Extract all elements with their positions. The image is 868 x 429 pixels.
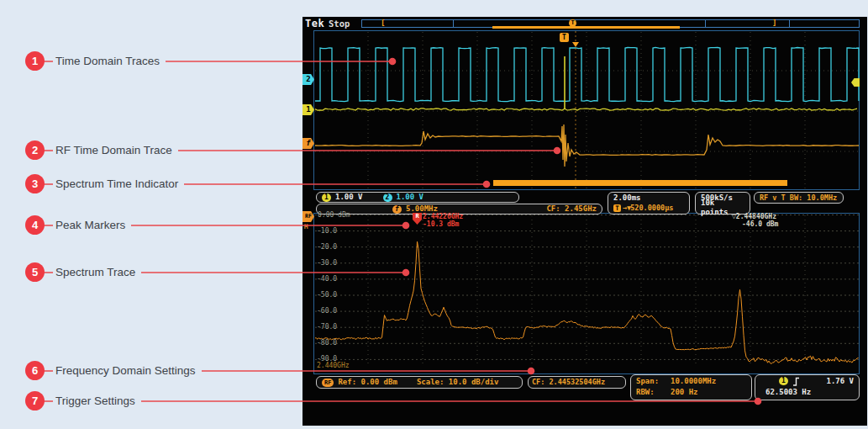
center-frequency-short: CF: 2.45GHz xyxy=(546,204,597,214)
callout-item: 2RF Time Domain Trace xyxy=(25,140,178,160)
spectrum-y-tick-label: -10.0 xyxy=(317,227,337,235)
waveform-canvas xyxy=(302,17,867,426)
trigger-position-icon: T xyxy=(569,19,576,27)
ref-level-label: 0.00 dBm xyxy=(318,211,350,219)
callout-item: 6Frequency Domain Settings xyxy=(25,361,202,380)
ref-level-readout: Ref: 0.00 dBm xyxy=(338,378,397,387)
callout-label: Spectrum Time Indicator xyxy=(53,177,184,191)
span-value: 10.0000MHz xyxy=(671,377,716,386)
callout-item: 7Trigger Settings xyxy=(25,391,141,410)
rf-channel-icon: f xyxy=(392,205,402,214)
overview-divider xyxy=(453,20,454,27)
channel2-icon: 2 xyxy=(383,193,392,202)
peak-marker-frequency: 2.44226GHz xyxy=(423,213,463,220)
peak-marker-amplitude: -10.3 dBm xyxy=(423,220,459,228)
rf-icon: RF xyxy=(322,379,334,387)
timebase: 2.00ms xyxy=(613,193,641,203)
callout-label: RF Time Domain Trace xyxy=(53,143,178,157)
acquisition-status: Stop xyxy=(329,19,350,29)
spectrum-y-tick-label: -70.0 xyxy=(317,323,337,331)
callout-item: 4Peak Markers xyxy=(25,215,131,235)
overview-divider xyxy=(705,20,706,27)
spectrum-y-tick-label: -60.0 xyxy=(317,307,337,315)
callout-number-badge: 6 xyxy=(25,361,45,380)
trigger-frequency: 62.5003 Hz xyxy=(765,388,811,397)
tek-logo: Tek xyxy=(305,18,324,29)
oscilloscope-screen: Tek Stop [ ] T 2 1 f RF M T 1 1.00 V xyxy=(302,17,867,426)
zoom-bracket-right-icon: ] xyxy=(772,19,776,27)
spectrum-y-tick-label: -80.0 xyxy=(317,339,337,347)
rbw-label: RBW: xyxy=(636,388,666,397)
callout-label: Frequency Domain Settings xyxy=(53,363,202,378)
frequency-domain-vertical-readout: RF Ref: 0.00 dBm Scale: 10.0 dB/div xyxy=(316,376,523,389)
trigger-chip-icon: T xyxy=(613,204,621,212)
callout-label: Time Domain Traces xyxy=(53,54,166,68)
reference-marker-frequency: 2.44840GHz xyxy=(736,213,776,220)
channel1-icon: 1 xyxy=(322,193,331,202)
spectrum-y-tick-label: -50.0 xyxy=(317,291,337,299)
trigger-point-icon: T xyxy=(560,33,569,42)
spectrum-time-indicator xyxy=(493,180,787,186)
trigger-source-icon: 1 xyxy=(779,377,788,385)
math-badge: M xyxy=(304,223,308,230)
spectrum-time-overview-bar xyxy=(492,26,680,29)
reference-marker: ▽2.44840GHz xyxy=(732,213,776,220)
annotated-oscilloscope-figure: 1Time Domain Traces2RF Time Domain Trace… xyxy=(0,0,868,429)
start-frequency-label: 2.440GHz xyxy=(317,362,350,369)
callout-number-badge: 2 xyxy=(25,140,45,160)
horizontal-readout: 2.00ms T →▼ 520.0000µs xyxy=(608,192,690,214)
callout-item: 1Time Domain Traces xyxy=(25,51,166,71)
callout-number-badge: 3 xyxy=(25,174,45,193)
span-label: Span: xyxy=(636,377,666,386)
scale-readout: Scale: 10.0 dB/div xyxy=(417,378,499,387)
trigger-position: 520.0000µs xyxy=(630,204,673,213)
ch2-scale: 1.00 V xyxy=(397,193,424,202)
callout-label: Trigger Settings xyxy=(53,394,141,408)
callout-number-badge: 7 xyxy=(25,391,45,410)
trigger-level: 1.76 V xyxy=(826,377,854,386)
callout-number-badge: 5 xyxy=(25,262,45,282)
spectrum-y-tick-label: -30.0 xyxy=(317,259,337,267)
rf-bandwidth-readout: RF v T BW: 10.0MHz xyxy=(754,192,844,204)
spectrum-y-tick-label: -40.0 xyxy=(317,275,337,283)
callout-item: 5Spectrum Trace xyxy=(25,262,141,282)
callout-number-badge: 4 xyxy=(25,215,45,235)
center-frequency-readout: CF: 2.44532504GHz xyxy=(528,376,626,389)
acquisition-readout: 500kS/s 10k points xyxy=(695,192,750,214)
callout-number-badge: 1 xyxy=(25,51,45,71)
vertical-scale-readout: 1 1.00 V 2 1.00 V xyxy=(316,192,519,203)
callout-item: 3Spectrum Time Indicator xyxy=(25,174,184,193)
zoom-bracket-left-icon: [ xyxy=(381,19,385,27)
callout-label: Peak Markers xyxy=(53,218,131,232)
rbw-value: 200 Hz xyxy=(671,388,698,397)
spectrum-y-tick-label: -20.0 xyxy=(317,243,337,251)
center-frequency: CF: 2.44532504GHz xyxy=(532,378,605,387)
rf-vs-time-bw: RF v T BW: 10.0MHz xyxy=(760,193,837,203)
overview-divider xyxy=(789,20,790,27)
rising-edge-icon xyxy=(792,377,800,386)
reference-marker-amplitude: -46.0 dBm xyxy=(742,220,778,228)
acquisition-overview-bar: [ ] T xyxy=(361,19,860,28)
callout-label: Spectrum Trace xyxy=(53,265,141,279)
trigger-arrow-icon xyxy=(572,42,579,47)
ch1-scale: 1.00 V xyxy=(335,193,363,202)
trigger-readout: 1 1.76 V 62.5003 Hz xyxy=(755,374,860,400)
span-rbw-readout: Span: 10.0000MHz RBW: 200 Hz xyxy=(630,374,752,400)
